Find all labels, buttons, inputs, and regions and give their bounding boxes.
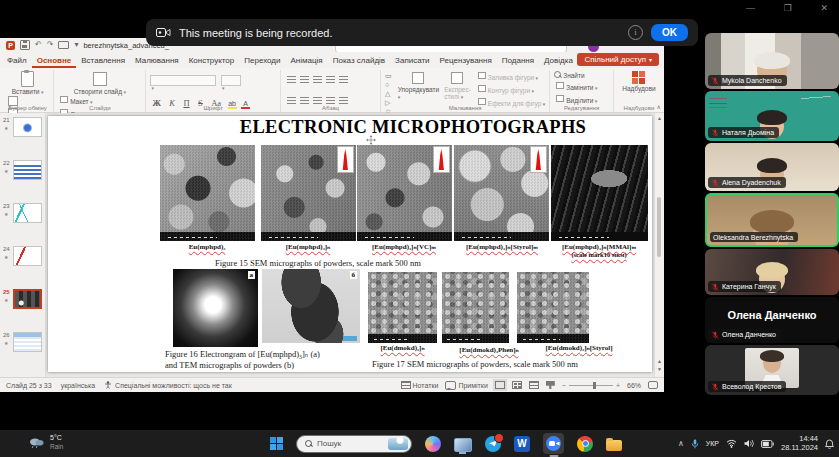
tab-review[interactable]: Рецензування	[435, 54, 497, 68]
justify-icon[interactable]	[326, 97, 335, 105]
share-button[interactable]: Спільний доступ	[577, 53, 659, 66]
fit-to-window-icon[interactable]	[648, 381, 658, 389]
font-size-select[interactable]	[221, 75, 241, 86]
tab-draw[interactable]: Малювання	[130, 54, 184, 68]
tab-slideshow[interactable]: Показ слайдів	[328, 54, 390, 68]
word-icon[interactable]: W	[514, 436, 530, 452]
slide-canvas[interactable]: ELECTRONIC MICROPHOTOGRAPHS Eu(mphpd)₃ […	[48, 116, 652, 372]
slide-thumbnail[interactable]	[13, 332, 42, 352]
pc-icon[interactable]	[454, 438, 472, 452]
keyboard-language[interactable]: УКР	[706, 440, 719, 447]
tab-record[interactable]: Записати	[390, 54, 435, 68]
hidden-icons-chevron[interactable]: ∧	[678, 439, 684, 448]
notification-bell-icon[interactable]	[825, 439, 834, 449]
accessibility-button[interactable]: Спеціальні можливості: щось не так	[104, 381, 232, 389]
maximize-button[interactable]: ❐	[780, 3, 796, 13]
addins-button[interactable]: Надбудови	[618, 71, 660, 92]
scrollbar-thumb[interactable]	[657, 197, 661, 257]
vertical-scrollbar[interactable]: ▲ ▲ ▼	[654, 113, 664, 377]
sem-image-2[interactable]	[261, 145, 356, 241]
language-button[interactable]: українська	[61, 382, 95, 389]
zoom-level[interactable]: 66%	[627, 382, 641, 389]
zoom-slider[interactable]: −+	[562, 382, 620, 389]
tem-image[interactable]: б	[262, 269, 360, 343]
participant-tile-no-video[interactable]: Олена Данченко Олена Данченко	[705, 297, 839, 343]
thumbnail-row[interactable]: 22 ★	[0, 159, 45, 202]
previous-slide-icon[interactable]: ▲	[655, 357, 664, 365]
thumbnail-row[interactable]: 21 ★	[0, 116, 45, 159]
formula-label[interactable]: [Eu(dmokd)₃]ₙ[Styrol]	[514, 344, 644, 352]
align-right-icon[interactable]	[313, 97, 322, 105]
participant-tile[interactable]: Катерина Ганчук	[705, 249, 839, 295]
participant-tile-active-speaker[interactable]: Oleksandra Berezhnytska	[705, 193, 839, 247]
thumbnail-row[interactable]: 24 ★	[0, 245, 45, 288]
reading-view-button[interactable]	[529, 381, 539, 389]
sem-image-8[interactable]	[517, 272, 589, 343]
battery-icon[interactable]	[761, 440, 774, 448]
participant-tile[interactable]: Всеволод Крестов	[705, 345, 839, 395]
copilot-icon[interactable]	[425, 436, 441, 452]
indent-decrease-icon[interactable]	[313, 76, 322, 84]
clock[interactable]: 14:44 28.11.2024	[781, 435, 818, 452]
collapse-ribbon-icon[interactable]: ∧	[657, 103, 661, 110]
thumbnail-row-current[interactable]: 25 ★	[0, 288, 45, 331]
tray-mic-icon[interactable]	[691, 439, 699, 449]
formula-label[interactable]: Eu(mphpd)₃	[152, 243, 262, 251]
tab-file[interactable]: Файл	[2, 54, 32, 68]
ok-button[interactable]: OK	[651, 24, 688, 41]
quick-access-dropdown-icon[interactable]: ▾	[74, 40, 78, 50]
sem-image-1[interactable]	[160, 145, 255, 241]
replace-button[interactable]: Замінити	[554, 81, 609, 93]
slide-thumbnail[interactable]	[13, 246, 42, 266]
tab-transitions[interactable]: Переходи	[239, 54, 285, 68]
slide-title[interactable]: ELECTRONIC MICROPHOTOGRAPHS	[178, 117, 648, 138]
sem-image-6[interactable]	[368, 272, 437, 343]
formula-label[interactable]: [Eu(mphpd)₃]ₙ	[253, 243, 363, 251]
columns-icon[interactable]	[339, 97, 348, 105]
display-settings-icon[interactable]	[58, 41, 69, 49]
minimize-button[interactable]: —	[742, 3, 759, 13]
numbering-icon[interactable]	[300, 76, 309, 84]
figure-16-caption[interactable]: Figure 16 Electrongram of [Eu(mphpd)₃]ₙ …	[165, 349, 380, 370]
slide-thumbnail[interactable]	[13, 117, 42, 137]
thumbnail-row[interactable]: 26 ★	[0, 331, 45, 374]
find-button[interactable]: Знайти	[554, 71, 609, 80]
tab-home[interactable]: Основне	[32, 54, 77, 68]
shape-outline-button[interactable]: Контур фігури	[476, 84, 545, 96]
indent-increase-icon[interactable]	[326, 76, 335, 84]
tab-help[interactable]: Довідка	[539, 54, 578, 68]
participant-tile[interactable]: Alena Dyadenchuk	[705, 143, 839, 191]
normal-view-button[interactable]	[495, 381, 505, 389]
save-icon[interactable]	[20, 40, 30, 50]
speaker-icon[interactable]	[744, 439, 754, 448]
redo-icon[interactable]	[47, 40, 54, 50]
next-slide-icon[interactable]: ▼	[655, 365, 664, 373]
file-explorer-icon[interactable]	[606, 440, 622, 451]
comments-button[interactable]: Примітки	[445, 381, 487, 390]
figure-17-caption[interactable]: Figure 17 SEM micrographs of powders, sc…	[372, 359, 647, 370]
undo-icon[interactable]	[35, 40, 42, 50]
formula-label[interactable]: [Eu(mphpd)₃]ₙ[MMAl]ₘ (scale mark10 мкм)	[543, 243, 655, 258]
paste-button[interactable]: Вставити	[6, 71, 49, 95]
slideshow-button[interactable]	[546, 381, 555, 389]
thumbnail-row[interactable]: 23 ★	[0, 202, 45, 245]
slide-thumbnail[interactable]	[13, 289, 42, 309]
sem-image-3[interactable]	[357, 145, 452, 241]
formula-label[interactable]: [Eu(mphpd)₃]ₙ[VC]ₘ	[349, 243, 459, 251]
search-box[interactable]: Пошук	[296, 435, 412, 453]
tab-insert[interactable]: Вставлення	[76, 54, 130, 68]
weather-widget[interactable]: 5°C Rain	[28, 433, 63, 451]
align-center-icon[interactable]	[300, 97, 309, 105]
figure-15-caption[interactable]: Figure 15 SEM micrographs of powders, sc…	[215, 258, 545, 269]
zoom-app-active[interactable]	[543, 433, 564, 454]
sem-image-5[interactable]	[551, 145, 648, 241]
shape-fill-button[interactable]: Заливка фігури	[476, 71, 545, 83]
slide-sorter-view-button[interactable]	[512, 381, 522, 389]
bullets-icon[interactable]	[287, 76, 296, 84]
new-slide-button[interactable]: Створити слайд	[58, 71, 141, 95]
wifi-icon[interactable]	[726, 439, 737, 448]
electron-diffraction-image[interactable]: a	[173, 269, 258, 347]
start-button[interactable]	[270, 437, 283, 450]
participant-tile[interactable]: Наталя Дьоміна	[705, 91, 839, 141]
formula-label[interactable]: [Eu(mphpd)₃]ₙ[Styrol]ₘ	[446, 243, 558, 251]
